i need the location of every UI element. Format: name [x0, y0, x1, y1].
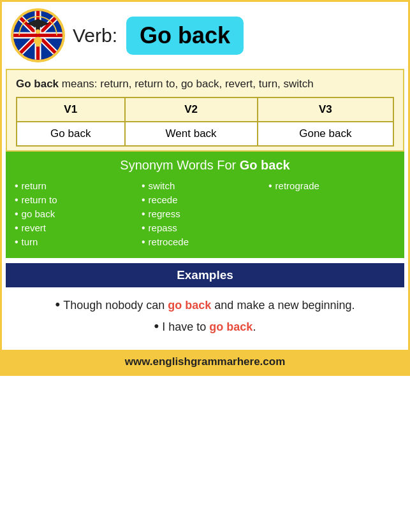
example-2: • I have to go back. — [15, 318, 395, 334]
svg-rect-14 — [36, 45, 40, 47]
list-item: revert — [15, 221, 142, 235]
col-v1: V1 — [17, 97, 125, 122]
means-section: Go back means: return, return to, go bac… — [6, 69, 404, 152]
synonym-col-3: retrograde — [268, 179, 395, 249]
examples-body: • Though nobody can go back and make a n… — [2, 287, 408, 346]
logo — [11, 8, 65, 62]
header: Verb: Go back — [2, 2, 408, 69]
v3-value: Gone back — [258, 122, 393, 146]
synonym-col-1: return return to go back revert turn — [15, 179, 142, 249]
verb-word: Go back — [126, 17, 244, 55]
v2-value: Went back — [125, 122, 258, 146]
list-item: retrocede — [142, 235, 268, 249]
list-item: return — [15, 179, 142, 193]
table-row: Go back Went back Gone back — [17, 122, 393, 146]
examples-header: Examples — [6, 263, 404, 287]
footer-url: www.englishgrammarhere.com — [125, 356, 286, 368]
example-2-before: I have to go back. — [162, 320, 256, 334]
means-verb: Go back — [16, 78, 59, 90]
example-2-highlight: go back — [209, 320, 253, 333]
list-item: recede — [142, 193, 268, 207]
means-description: means: return, return to, go back, rever… — [59, 78, 314, 90]
synonym-columns: return return to go back revert turn swi… — [15, 179, 395, 249]
header-title: Verb: Go back — [73, 17, 399, 55]
list-item: regress — [142, 207, 268, 221]
bullet-1: • — [55, 296, 60, 313]
list-item: return to — [15, 193, 142, 207]
col-v3: V3 — [258, 97, 393, 122]
example-1: • Though nobody can go back and make a n… — [15, 296, 395, 313]
svg-point-12 — [36, 29, 40, 34]
list-item: go back — [15, 207, 142, 221]
col-v2: V2 — [125, 97, 258, 122]
example-1-highlight: go back — [168, 299, 211, 312]
synonym-title-highlight: Go back — [240, 158, 290, 172]
verb-table: V1 V2 V3 Go back Went back Gone back — [16, 97, 394, 147]
list-item: switch — [142, 179, 268, 193]
svg-point-13 — [34, 37, 42, 45]
synonym-title: Synonym Words For Go back — [15, 158, 395, 173]
list-item: turn — [15, 235, 142, 249]
example-1-before: Though nobody can go back and make a new… — [63, 299, 355, 312]
means-text: Go back means: return, return to, go bac… — [16, 76, 394, 92]
bullet-2: • — [154, 318, 159, 334]
svg-rect-9 — [13, 34, 62, 37]
list-item: repass — [142, 221, 268, 235]
footer: www.englishgrammarhere.com — [2, 350, 408, 374]
verb-label: Verb: — [73, 25, 117, 47]
v1-value: Go back — [17, 122, 125, 146]
synonym-col-2: switch recede regress repass retrocede — [142, 179, 268, 249]
page-wrapper: Verb: Go back Go back means: return, ret… — [0, 0, 410, 376]
list-item: retrograde — [268, 179, 395, 193]
synonym-section: Synonym Words For Go back return return … — [6, 152, 404, 258]
synonym-title-prefix: Synonym Words For — [120, 158, 239, 172]
examples-label: Examples — [177, 268, 233, 282]
